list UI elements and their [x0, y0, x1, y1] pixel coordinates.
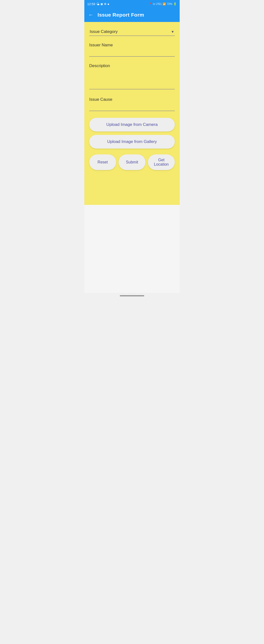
- issuer-name-label: Issuer Name: [89, 43, 175, 48]
- bottom-area: [84, 205, 180, 293]
- location-icon: 📍: [148, 2, 152, 6]
- description-field: Description: [89, 64, 175, 90]
- time-display: 12:59: [87, 2, 95, 6]
- issue-cause-input[interactable]: [89, 104, 175, 111]
- issuer-name-field: Issuer Name: [89, 43, 175, 56]
- lte-icon: LTE1: [156, 3, 162, 5]
- battery-text: 72%: [167, 2, 172, 5]
- status-bar: 12:59 🌤 ▣ ❄ ● 📍 ⊙ LTE1 📶 72% 🔋: [84, 0, 180, 8]
- page-title: Issue Report Form: [97, 12, 144, 18]
- get-location-button[interactable]: Get Location: [148, 154, 175, 170]
- action-buttons-row: Reset Submit Get Location: [89, 154, 175, 170]
- chevron-down-icon: ▼: [171, 30, 174, 34]
- status-bar-right: 📍 ⊙ LTE1 📶 72% 🔋: [148, 2, 177, 6]
- back-button[interactable]: ←: [88, 12, 94, 18]
- app-bar: ← Issue Report Form: [84, 8, 180, 22]
- status-bar-left: 12:59 🌤 ▣ ❄ ●: [87, 2, 109, 6]
- upload-camera-button[interactable]: Upload Image from Camera: [89, 118, 175, 132]
- description-input[interactable]: [89, 70, 175, 89]
- notification-icon: ▣: [100, 2, 103, 6]
- issue-category-field: Issue Category ▼: [89, 28, 175, 36]
- extra-icon: ❄: [104, 2, 107, 6]
- issue-cause-label: Issue Cause: [89, 97, 175, 102]
- issuer-name-input[interactable]: [89, 49, 175, 56]
- issue-cause-field: Issue Cause: [89, 97, 175, 111]
- wifi-icon: ⊙: [153, 2, 155, 6]
- nav-bar: [84, 293, 180, 298]
- battery-icon: 🔋: [173, 2, 177, 6]
- form-container: Issue Category ▼ Issuer Name Description…: [84, 22, 180, 205]
- cloud-icon: 🌤: [96, 2, 99, 6]
- submit-button[interactable]: Submit: [118, 154, 146, 170]
- dot-icon: ●: [107, 2, 109, 6]
- issue-category-dropdown[interactable]: Issue Category ▼: [89, 28, 175, 36]
- nav-pill: [120, 295, 144, 296]
- description-label: Description: [89, 64, 175, 68]
- reset-button[interactable]: Reset: [89, 154, 116, 170]
- signal-bars-icon: 📶: [163, 2, 166, 6]
- upload-gallery-button[interactable]: Upload Image from Gallery: [89, 135, 175, 148]
- issue-category-label: Issue Category: [90, 29, 117, 34]
